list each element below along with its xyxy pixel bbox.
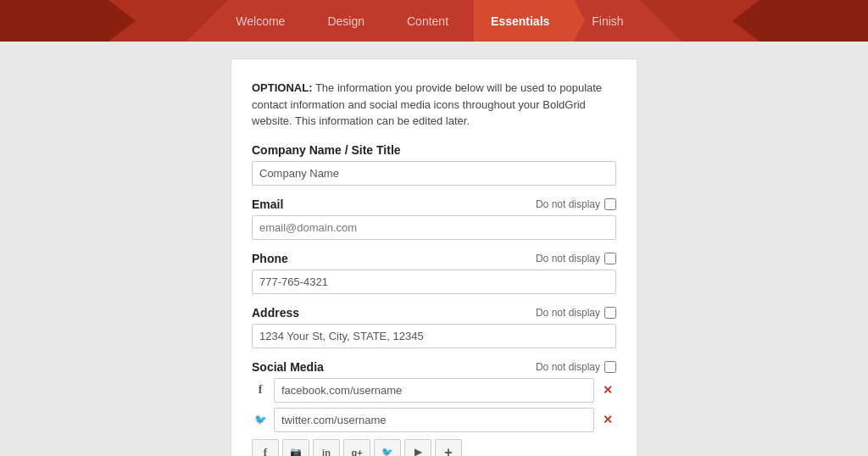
email-do-not-display-checkbox[interactable] xyxy=(604,198,616,210)
wizard-header: Welcome Design Content Essentials Finish xyxy=(0,0,868,42)
phone-do-not-display-checkbox[interactable] xyxy=(604,253,616,264)
add-twitter-button[interactable]: 🐦 xyxy=(374,439,401,457)
company-name-header: Company Name / Site Title xyxy=(252,143,616,157)
add-googleplus-button[interactable]: g+ xyxy=(343,439,370,457)
twitter-icon: 🐦 xyxy=(252,414,269,425)
company-name-input[interactable] xyxy=(252,161,616,186)
phone-header: Phone Do not display xyxy=(252,252,616,265)
twitter-delete-button[interactable]: ✕ xyxy=(599,411,616,428)
email-label: Email xyxy=(252,197,283,211)
add-instagram-button[interactable]: 📷 xyxy=(282,439,309,457)
add-more-button[interactable]: + xyxy=(435,439,462,457)
social-add-icons-row: f 📷 in g+ 🐦 ▶ + xyxy=(252,439,616,457)
facebook-delete-button[interactable]: ✕ xyxy=(599,381,616,398)
address-input[interactable] xyxy=(252,324,616,348)
social-do-not-display: Do not display xyxy=(536,361,616,373)
wizard-steps-nav: Welcome Design Content Essentials Finish xyxy=(0,0,868,42)
email-input[interactable] xyxy=(252,215,616,240)
step-essentials[interactable]: Essentials xyxy=(474,0,575,42)
social-media-group: Social Media Do not display f ✕ 🐦 ✕ xyxy=(252,360,616,457)
step-welcome[interactable]: Welcome xyxy=(219,0,310,42)
step-content[interactable]: Content xyxy=(390,0,474,42)
phone-group: Phone Do not display xyxy=(252,252,616,294)
email-group: Email Do not display xyxy=(252,197,616,240)
phone-do-not-display: Do not display xyxy=(536,253,616,264)
add-youtube-button[interactable]: ▶ xyxy=(404,439,431,457)
email-do-not-display: Do not display xyxy=(536,198,616,210)
social-twitter-row: 🐦 ✕ xyxy=(252,408,616,432)
address-label: Address xyxy=(252,306,299,320)
address-header: Address Do not display xyxy=(252,306,616,320)
address-group: Address Do not display xyxy=(252,306,616,348)
phone-label: Phone xyxy=(252,252,288,265)
address-do-not-display: Do not display xyxy=(536,307,616,319)
address-do-not-display-checkbox[interactable] xyxy=(604,307,616,319)
add-facebook-button[interactable]: f xyxy=(252,439,279,457)
social-media-header: Social Media Do not display xyxy=(252,360,616,374)
add-linkedin-button[interactable]: in xyxy=(313,439,340,457)
facebook-icon: f xyxy=(252,383,269,397)
facebook-input[interactable] xyxy=(274,378,594,403)
social-facebook-row: f ✕ xyxy=(252,378,616,403)
phone-input[interactable] xyxy=(252,270,616,294)
optional-note: OPTIONAL: The information you provide be… xyxy=(252,80,616,130)
twitter-input[interactable] xyxy=(274,408,594,432)
company-name-group: Company Name / Site Title xyxy=(252,143,616,186)
email-header: Email Do not display xyxy=(252,197,616,211)
essentials-card: OPTIONAL: The information you provide be… xyxy=(231,58,637,456)
step-design[interactable]: Design xyxy=(310,0,390,42)
company-name-label: Company Name / Site Title xyxy=(252,143,401,157)
social-do-not-display-checkbox[interactable] xyxy=(604,361,616,373)
social-media-label: Social Media xyxy=(252,360,324,374)
step-finish[interactable]: Finish xyxy=(575,0,648,42)
main-content: OPTIONAL: The information you provide be… xyxy=(0,42,868,456)
